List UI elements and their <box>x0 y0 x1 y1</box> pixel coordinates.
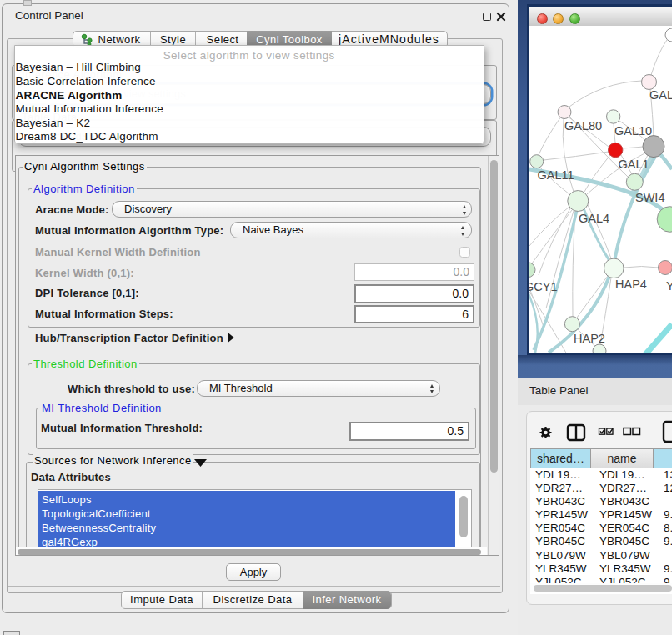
svg-text:GAL4: GAL4 <box>579 212 609 225</box>
svg-text:GAL80: GAL80 <box>564 119 602 132</box>
svg-text:GAL11: GAL11 <box>538 168 574 182</box>
svg-text:Y: Y <box>666 279 672 292</box>
svg-text:GCY1: GCY1 <box>529 280 558 293</box>
svg-text:SWI4: SWI4 <box>635 191 664 204</box>
svg-text:GAL2: GAL2 <box>649 88 672 102</box>
svg-text:GAL10: GAL10 <box>614 124 652 138</box>
svg-text:HAP2: HAP2 <box>574 332 605 345</box>
svg-text:HAP4: HAP4 <box>615 278 647 291</box>
svg-text:GAL1: GAL1 <box>619 158 649 171</box>
